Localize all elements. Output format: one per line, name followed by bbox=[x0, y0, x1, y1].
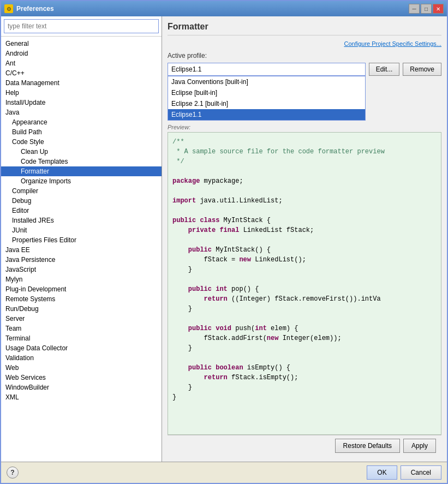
window-controls: ─ □ ✕ bbox=[409, 4, 444, 14]
tree-item-java[interactable]: Java bbox=[1, 107, 162, 117]
tree-item-help[interactable]: Help bbox=[1, 88, 162, 98]
panel-title: Formatter bbox=[168, 22, 441, 35]
tree-container: GeneralAndroidAntC/C++Data ManagementHel… bbox=[1, 37, 162, 462]
tree-item-junit[interactable]: JUnit bbox=[1, 225, 162, 235]
maximize-button[interactable]: □ bbox=[421, 4, 432, 14]
cancel-button[interactable]: Cancel bbox=[401, 465, 441, 480]
ok-button[interactable]: OK bbox=[367, 465, 397, 480]
tree-item-appearance[interactable]: Appearance bbox=[1, 117, 162, 127]
right-panel: Formatter Configure Project Specific Set… bbox=[162, 16, 447, 462]
tree-item-java-persistence[interactable]: Java Persistence bbox=[1, 255, 162, 265]
profile-dropdown-menu: Java Conventions [built-in]Eclipse [buil… bbox=[168, 76, 366, 121]
tree-item-clean-up[interactable]: Clean Up bbox=[1, 147, 162, 157]
main-content: GeneralAndroidAntC/C++Data ManagementHel… bbox=[1, 16, 447, 462]
search-box bbox=[1, 16, 162, 37]
tree-item-usage-data-collector[interactable]: Usage Data Collector bbox=[1, 343, 162, 353]
active-profile-label: Active profile: bbox=[168, 52, 207, 59]
restore-defaults-button[interactable]: Restore Defaults bbox=[335, 439, 400, 453]
tree-item-run/debug[interactable]: Run/Debug bbox=[1, 304, 162, 314]
tree-item-compiler[interactable]: Compiler bbox=[1, 186, 162, 196]
footer-buttons: OK Cancel bbox=[367, 465, 441, 480]
tree-item-installed-jres[interactable]: Installed JREs bbox=[1, 216, 162, 225]
tree-item-organize-imports[interactable]: Organize Imports bbox=[1, 176, 162, 186]
search-input[interactable] bbox=[4, 19, 159, 33]
active-profile-row: Active profile: bbox=[168, 52, 441, 59]
tree-item-server[interactable]: Server bbox=[1, 314, 162, 324]
tree-item-build-path[interactable]: Build Path bbox=[1, 127, 162, 137]
tree-item-web-services[interactable]: Web Services bbox=[1, 373, 162, 383]
dropdown-option[interactable]: Eclipse1.1 bbox=[168, 109, 365, 120]
tree-item-ant[interactable]: Ant bbox=[1, 58, 162, 68]
preferences-window: ⚙ Preferences ─ □ ✕ GeneralAndroidAntC/C… bbox=[0, 0, 448, 484]
dropdown-option[interactable]: Eclipse [built-in] bbox=[168, 87, 365, 98]
profile-select[interactable]: Java Conventions [built-in]Eclipse [buil… bbox=[168, 63, 366, 76]
tree-item-terminal[interactable]: Terminal bbox=[1, 333, 162, 343]
config-link-container: Configure Project Specific Settings... bbox=[168, 40, 441, 47]
profile-controls: Java Conventions [built-in]Eclipse [buil… bbox=[168, 63, 441, 76]
tree-item-mylyn[interactable]: Mylyn bbox=[1, 274, 162, 284]
window-title: Preferences bbox=[16, 5, 405, 13]
close-button[interactable]: ✕ bbox=[433, 4, 444, 14]
tree-item-formatter[interactable]: Formatter bbox=[1, 166, 162, 176]
bottom-bar: Restore Defaults Apply bbox=[168, 435, 441, 456]
configure-project-link[interactable]: Configure Project Specific Settings... bbox=[344, 40, 441, 47]
tree-item-properties-files-editor[interactable]: Properties Files Editor bbox=[1, 235, 162, 245]
tree-item-general[interactable]: General bbox=[1, 39, 162, 49]
apply-button[interactable]: Apply bbox=[403, 439, 436, 453]
remove-button[interactable]: Remove bbox=[403, 63, 441, 76]
preview-label: Preview: bbox=[168, 124, 441, 130]
tree-item-javascript[interactable]: JavaScript bbox=[1, 265, 162, 274]
tree-item-c/c++[interactable]: C/C++ bbox=[1, 68, 162, 78]
dropdown-option[interactable]: Java Conventions [built-in] bbox=[168, 76, 365, 87]
tree-item-xml[interactable]: XML bbox=[1, 392, 162, 402]
tree-item-java-ee[interactable]: Java EE bbox=[1, 245, 162, 255]
dropdown-option[interactable]: Eclipse 2.1 [built-in] bbox=[168, 98, 365, 109]
tree-item-data-management[interactable]: Data Management bbox=[1, 78, 162, 88]
help-button[interactable]: ? bbox=[7, 467, 19, 479]
tree-item-install/update[interactable]: Install/Update bbox=[1, 98, 162, 107]
window-icon: ⚙ bbox=[4, 4, 13, 13]
titlebar: ⚙ Preferences ─ □ ✕ bbox=[1, 1, 447, 16]
code-preview: /** * A sample source file for the code … bbox=[168, 132, 441, 435]
profile-select-wrapper: Java Conventions [built-in]Eclipse [buil… bbox=[168, 63, 366, 76]
tree-item-plug-in-development[interactable]: Plug-in Development bbox=[1, 284, 162, 294]
tree-item-editor[interactable]: Editor bbox=[1, 206, 162, 216]
tree-item-code-style[interactable]: Code Style bbox=[1, 137, 162, 147]
tree-item-android[interactable]: Android bbox=[1, 49, 162, 58]
tree-item-debug[interactable]: Debug bbox=[1, 196, 162, 206]
tree-item-code-templates[interactable]: Code Templates bbox=[1, 157, 162, 166]
tree-item-windowbuilder[interactable]: WindowBuilder bbox=[1, 383, 162, 392]
tree-item-validation[interactable]: Validation bbox=[1, 353, 162, 363]
edit-button[interactable]: Edit... bbox=[369, 63, 400, 76]
tree-item-remote-systems[interactable]: Remote Systems bbox=[1, 294, 162, 304]
minimize-button[interactable]: ─ bbox=[409, 4, 420, 14]
footer: ? OK Cancel bbox=[1, 462, 447, 483]
tree-item-team[interactable]: Team bbox=[1, 324, 162, 333]
tree-item-web[interactable]: Web bbox=[1, 363, 162, 373]
left-panel: GeneralAndroidAntC/C++Data ManagementHel… bbox=[1, 16, 162, 462]
